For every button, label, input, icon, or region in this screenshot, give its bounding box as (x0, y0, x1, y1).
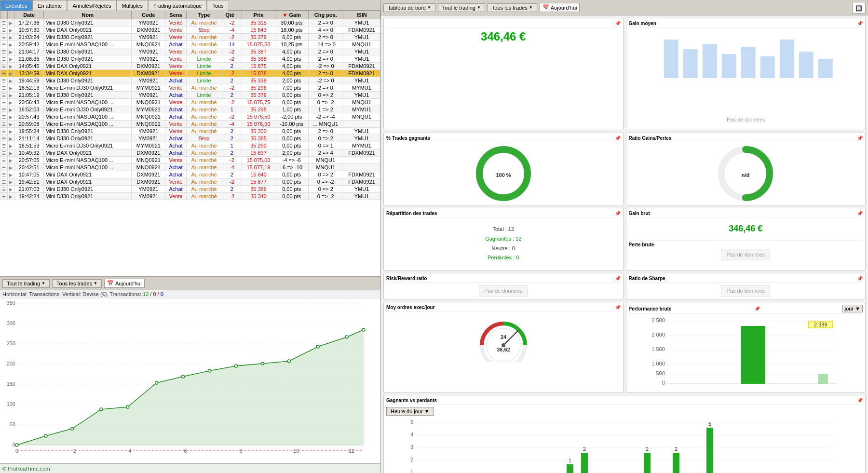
table-row[interactable]: ☰▶20:59:42Micro E-mini NASDAQ100 ...MNQ0… (0, 41, 380, 48)
table-row[interactable]: ☰▶21:11:14Mini DJ30 Only0921YM0921AchatS… (0, 135, 380, 142)
row-icon2: ▶ (8, 164, 14, 171)
table-row[interactable]: ☰▶10:57:30Mini DAX Only0921DXM0921VenteS… (0, 27, 380, 34)
table-row[interactable]: ☰▶19:44:59Mini DJ30 Only0921YM0921AchatL… (0, 77, 380, 84)
table-row[interactable]: ☰▶20:42:51Micro E-mini NASDAQ100 ...MNQ0… (0, 164, 380, 171)
row-icon2: ▶ (8, 178, 14, 186)
col-isin[interactable]: ISIN (343, 11, 380, 19)
gain-pin-icon[interactable]: 📌 (615, 21, 621, 26)
table-row[interactable]: ☰▶16:52:13Micro E-mini DJ30 Only0921MYM0… (0, 84, 380, 92)
table-row[interactable]: ☰▶20:57:43Micro E-mini NASDAQ100 ...MNQ0… (0, 113, 380, 121)
perf-period-dropdown[interactable]: jour ▼ (842, 305, 863, 312)
row-type: Au marché (186, 171, 222, 178)
repartition-pin-icon[interactable]: 📌 (615, 211, 621, 216)
table-row[interactable]: ☰▶16:52:03Micro E-mini DJ30 Only0921MYM0… (0, 106, 380, 113)
svg-text:100: 100 (7, 401, 15, 407)
table-row[interactable]: ☰▶21:07:03Mini DJ30 Only0921YM0921AchatA… (0, 186, 380, 193)
trades-dropdown[interactable]: Tous les trades ▼ (52, 279, 102, 288)
row-nom: Mini DJ30 Only0921 (44, 19, 132, 27)
row-prix: 15 878 (242, 70, 275, 77)
table-row[interactable]: ☰▶19:42:24Mini DJ30 Only0921YM0921VenteA… (0, 193, 380, 200)
gain-brut-value: 346,46 € (629, 220, 863, 238)
perf-brute-label: Performance brute (629, 306, 672, 311)
tab-executes[interactable]: Exécutés (0, 0, 32, 11)
col-prix[interactable]: Prix (242, 11, 275, 19)
col-nom[interactable]: Nom (44, 11, 132, 19)
trading-dropdown[interactable]: Tout le trading ▼ (2, 279, 50, 288)
col-icon1 (0, 11, 8, 19)
row-prix: 15 075,50 (242, 113, 275, 121)
table-row[interactable]: ☰▶19:55:24Mini DJ30 Only0921YM0921VenteA… (0, 128, 380, 135)
row-chg: 0 => 1 (308, 142, 343, 149)
right-trading-dropdown[interactable]: Tout le trading ▼ (438, 3, 485, 12)
row-nom: Micro E-mini DJ30 Only0921 (44, 106, 132, 113)
table-row[interactable]: ☰▶10:47:05Mini DAX Only0921DXM0921AchatA… (0, 171, 380, 178)
tableau-bord-dropdown[interactable]: Tableau de bord ▼ (383, 3, 435, 12)
right-date-picker[interactable]: 📅 Aujourd'hui (540, 3, 580, 12)
table-row[interactable]: ☰▶10:49:32Mini DAX Only0921DXM0921AchatA… (0, 149, 380, 157)
gagnants-pin-icon[interactable]: 📌 (857, 398, 863, 403)
table-row[interactable]: ☰▶13:34:59Mini DAX Only0921DXM0921VenteL… (0, 70, 380, 77)
row-icon1: ☰ (0, 106, 8, 113)
table-row[interactable]: ☰▶17:27:38Mini DJ30 Only0921YM0921VenteA… (0, 19, 380, 27)
logo-button[interactable]: 🔲 (852, 2, 866, 14)
row-type: Limite (186, 70, 222, 77)
row-code: MNQ0921 (132, 157, 165, 164)
risk-reward-pin-icon[interactable]: 📌 (615, 276, 621, 281)
table-row[interactable]: ☰▶21:05:19Mini DJ30 Only0921YM0921AchatL… (0, 92, 380, 99)
row-icon1: ☰ (0, 77, 8, 84)
time-filter-dropdown[interactable]: Heure du jour ▼ (386, 407, 434, 416)
table-row[interactable]: ☰▶16:51:53Micro E-mini DJ30 Only0921MYM0… (0, 142, 380, 149)
col-type[interactable]: Type (186, 11, 222, 19)
ratio-gains-pin-icon[interactable]: 📌 (857, 135, 863, 141)
row-nom: Mini DJ30 Only0921 (44, 55, 132, 63)
moy-ordres-pin-icon[interactable]: 📌 (615, 305, 621, 310)
row-isin: MNQU1 (343, 41, 380, 48)
date-picker[interactable]: 📅 Aujourd'hui (104, 279, 145, 288)
ratio-sharpe-no-data: Pas de données (721, 285, 770, 297)
row-nom: Mini DJ30 Only0921 (44, 92, 132, 99)
row-chg: 1 => 2 (308, 106, 343, 113)
row-qte: 1 (222, 106, 242, 113)
tab-multiples[interactable]: Multiples (117, 0, 148, 11)
ratio-sharpe-pin-icon[interactable]: 📌 (857, 276, 863, 281)
table-row[interactable]: ☰▶19:42:51Mini DAX Only0921DXM0921VenteA… (0, 178, 380, 186)
col-gain[interactable]: ▼ Gain (275, 11, 308, 19)
col-sens[interactable]: Sens (165, 11, 186, 19)
table-row[interactable]: ☰▶20:57:05Micro E-mini NASDAQ100 ...MNQ0… (0, 157, 380, 164)
row-sens: Vente (165, 27, 186, 34)
row-qte: 2 (222, 149, 242, 157)
table-row[interactable]: ☰▶21:04:17Mini DJ30 Only0921YM0921VenteA… (0, 48, 380, 55)
table-row[interactable]: ☰▶21:03:24Mini DJ30 Only0921YM0921VenteA… (0, 34, 380, 41)
row-prix: 35 295 (242, 106, 275, 113)
col-date[interactable]: Date (14, 11, 44, 19)
col-chg[interactable]: Chg pos. (308, 11, 343, 19)
gain-brut-pin-icon[interactable]: 📌 (857, 211, 863, 216)
row-type: Au marché (186, 164, 222, 171)
row-nom: Micro E-mini NASDAQ100 ... (44, 157, 132, 164)
row-code: YM0921 (132, 186, 165, 193)
col-qte[interactable]: Qté ↑ (222, 11, 242, 19)
tab-tous[interactable]: Tous (207, 0, 229, 11)
row-gain: -4 => -6 (275, 157, 308, 164)
table-row[interactable]: ☰▶20:56:43Micro E-mini NASDAQ100 ...MNQ0… (0, 99, 380, 106)
perf-brute-pin-icon[interactable]: 📌 (754, 306, 760, 311)
right-trades-dropdown[interactable]: Tous les trades ▼ (488, 3, 537, 12)
row-nom: Mini DJ30 Only0921 (44, 34, 132, 41)
col-code[interactable]: Code (132, 11, 165, 19)
trades-gagnants-pin-icon[interactable]: 📌 (615, 135, 621, 141)
row-icon2: ▶ (8, 142, 14, 149)
row-date: 16:52:03 (14, 106, 44, 113)
tab-en-attente[interactable]: En attente (32, 0, 67, 11)
row-icon2: ▶ (8, 84, 14, 92)
table-row[interactable]: ☰▶14:05:45Mini DAX Only0921DXM0921VenteL… (0, 63, 380, 70)
tab-trading-auto[interactable]: Trading automatique (148, 0, 207, 11)
gain-moyen-pin-icon[interactable]: 📌 (857, 21, 863, 26)
table-row[interactable]: ☰▶21:08:35Mini DJ30 Only0921YM0921VenteL… (0, 55, 380, 63)
dropdown-arrow3-icon: ▼ (427, 5, 431, 10)
row-gain: 0,00 pts (275, 193, 308, 200)
dashboard: 📌 346,46 € Gain moyen 📌 (381, 15, 868, 473)
table-row[interactable]: ☰▶20:59:08Micro E-mini NASDAQ100 ...MNQ0… (0, 121, 380, 128)
risk-reward-no-data: Pas de données (479, 285, 528, 297)
tab-annules[interactable]: Annulés/Rejetés (67, 0, 116, 11)
svg-text:6: 6 (184, 448, 187, 454)
